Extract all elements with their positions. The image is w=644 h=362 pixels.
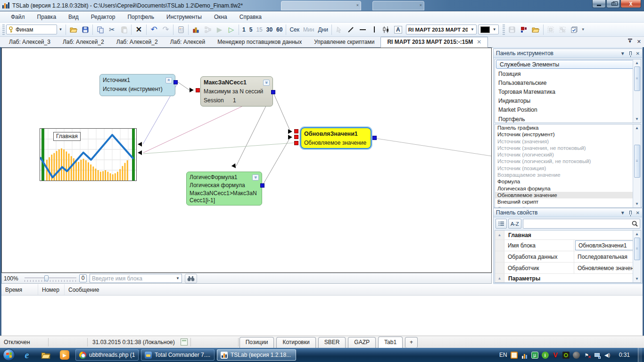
toolbar-overflow-button[interactable]: ▼ [580,24,586,35]
quicklaunch-ie[interactable]: e [19,349,35,361]
menu-edit[interactable]: Правка [31,12,63,22]
account-dropdown-button[interactable]: ▼ [57,24,64,35]
cut-button[interactable]: ✂ [106,24,118,35]
save-layout-button[interactable] [506,24,518,35]
block-logic-formula[interactable]: ЛогичесФормула1 » Логическая формула Мак… [186,172,262,206]
block-search-input[interactable] [90,275,174,282]
category-position[interactable]: Позиция [495,69,641,78]
text-tool-button[interactable]: A [392,24,404,35]
show-diagram-button[interactable] [202,24,214,35]
element-source-logical-nonstream[interactable]: Источник (логический, не потоковый) [495,158,641,165]
menu-windows[interactable]: Окна [208,12,233,22]
tray-volume-icon[interactable]: ◀) [604,352,611,359]
menu-portfolio[interactable]: Портфель [121,12,160,22]
output-port[interactable] [372,136,377,140]
scroll-up-icon[interactable]: ▲ [633,124,641,132]
scrollbar-thumb[interactable]: ≡ [634,145,640,178]
doc-tab-script-manager[interactable]: Управление скриптами [308,37,380,47]
account-combobox[interactable]: Финам [6,25,57,34]
start-button[interactable] [3,349,15,361]
title-bar[interactable]: TSLab (версия 1.2.18.0:32bit) - C:\Users… [0,0,644,11]
block-search-combobox[interactable]: ▼ [90,274,182,283]
element-return-value[interactable]: Возвращаемое значение [495,172,641,178]
zoom-slider-thumb[interactable] [44,275,49,281]
timeframe-5[interactable]: 5 [248,26,255,33]
pin-icon[interactable] [629,211,632,214]
hotkeys-button[interactable] [518,24,530,35]
panel-menu-icon[interactable]: ▼ [620,210,625,215]
language-indicator[interactable]: EN [499,352,507,358]
element-source-instrument[interactable]: Источник (инструмент) [495,131,641,138]
timeframe-30[interactable]: 30 [264,26,274,33]
properties-search-box[interactable] [523,219,640,229]
quicklaunch-explorer[interactable] [38,349,54,361]
find-block-button[interactable] [185,274,197,283]
show-desktop-button[interactable] [638,348,642,362]
menu-view[interactable]: Вид [62,12,85,22]
scroll-down-icon[interactable]: ▼ [633,275,641,282]
element-source-logical[interactable]: Источник (логический) [495,151,641,158]
tabstrip-close-icon[interactable]: ✕ [637,39,641,45]
pointer-tool-button[interactable] [333,24,345,35]
menu-file[interactable]: Файл [5,12,31,22]
redo-button[interactable]: ↷ [160,24,172,35]
element-scrollbar[interactable]: ▲ ≡ ▼ [633,124,641,207]
tray-tslab-icon[interactable] [521,352,528,359]
collapse-down-icon[interactable]: » [252,174,259,181]
zoom-reset-button[interactable]: 0 [79,274,87,282]
input-port[interactable] [294,141,298,145]
alphabetical-view-button[interactable]: A-Z [508,219,521,229]
category-market-position[interactable]: Market Position [495,106,641,115]
scrollbar-thumb[interactable]: ≡ [634,238,640,260]
element-source-values-nonstream[interactable]: Источник (значения, не потоковый) [495,145,641,151]
timeframe-60[interactable]: 60 [274,26,284,33]
zoom-slider[interactable] [25,275,76,282]
output-port[interactable] [260,183,264,188]
input-port[interactable] [294,135,298,139]
element-source-position[interactable]: Источник (позиция) [495,165,641,172]
timeframe-15[interactable]: 15 [254,26,264,33]
taskbar-window-total-commander[interactable]: Total Commander 7.... [141,349,215,361]
unit-minutes[interactable]: Мин [301,26,316,33]
panel-close-icon[interactable]: ✕ [636,51,640,56]
workspace-tab-quotes[interactable]: Котировки [276,337,315,348]
tray-network-icon[interactable] [594,352,601,359]
tray-antivirus-icon[interactable]: V [552,352,559,359]
tray-nvidia-icon[interactable] [562,352,570,359]
block-max-sessions[interactable]: МаксЗаNСесс1 » Максимум за N сессий Sess… [200,76,273,107]
scroll-up-icon[interactable]: ▲ [633,59,641,66]
tab-list-dropdown-icon[interactable]: ▼ [628,39,632,45]
collapse-down-icon[interactable]: » [263,80,270,86]
menu-tools[interactable]: Инструменты [160,12,208,22]
run-button[interactable]: ▶ [214,24,225,35]
pin-icon[interactable] [629,51,632,55]
scrollbar-thumb[interactable]: ≡ [634,66,640,91]
log-column-message[interactable]: Сообщение [65,284,103,295]
toolbar-grip[interactable] [2,25,5,35]
vertical-line-tool-button[interactable] [369,24,380,35]
category-service-elements[interactable]: Служебные Элементы [496,60,640,69]
paste-button[interactable] [118,24,130,35]
category-portfolio[interactable]: Портфель [495,115,641,123]
log-column-number[interactable]: Номер [38,284,65,295]
calendar-icon[interactable] [181,338,188,346]
param-value[interactable]: 1 [233,96,236,105]
doc-tab-data-providers[interactable]: Менеджер поставщиков данных [211,37,308,47]
scroll-down-icon[interactable]: ▼ [633,200,641,207]
tray-mu-icon[interactable]: µ [531,352,538,359]
panel-close-icon[interactable]: ✕ [636,210,640,215]
prop-value-handler[interactable]: Обновляемое значение [574,263,641,273]
scroll-down-icon[interactable]: ▼ [633,115,641,123]
output-port[interactable] [271,90,275,94]
horizontal-line-tool-button[interactable] [357,24,369,35]
open-layout-button[interactable] [530,24,542,35]
add-workspace-tab-button[interactable]: + [405,337,418,348]
chart-panel-thumbnail[interactable]: Главная [40,128,137,181]
trend-line-tool-button[interactable] [345,24,357,35]
taskbar-window-tslab[interactable]: TSLab (версия 1.2.18... [217,349,296,361]
input-port[interactable] [294,129,298,133]
script-properties-button[interactable] [175,24,187,35]
taskbar-clock[interactable]: 0:31 [614,352,635,358]
close-button[interactable]: X [620,0,641,8]
unit-days[interactable]: Дни [316,26,330,33]
